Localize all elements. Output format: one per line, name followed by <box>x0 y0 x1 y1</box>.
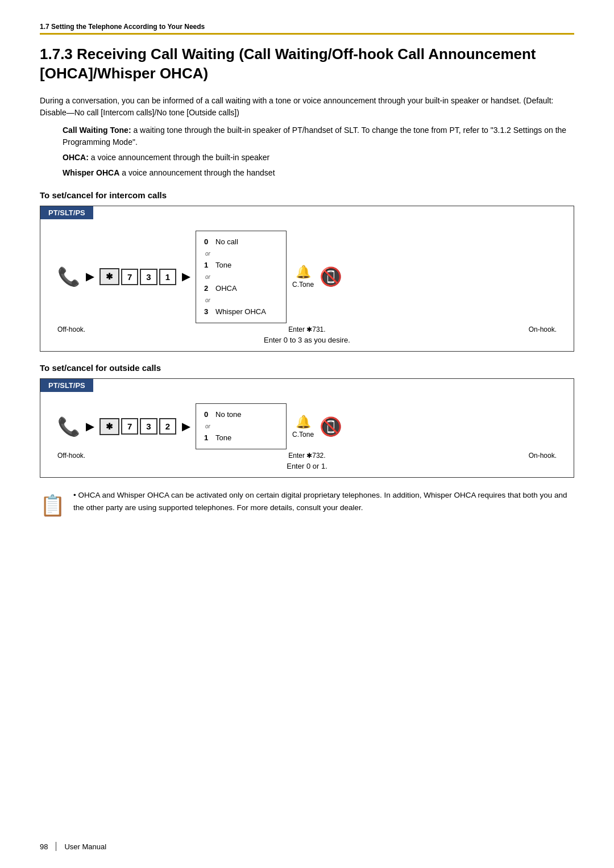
offhook-label-outside: Off-hook. <box>57 452 85 460</box>
opt-num-3: 3 <box>204 306 212 318</box>
offhook-label-intercom: Off-hook. <box>57 326 85 333</box>
key-3-outside: 3 <box>140 418 157 435</box>
note-block: 📋 • OHCA and Whisper OHCA can be activat… <box>40 489 574 522</box>
option-1: 1 Tone <box>204 259 278 272</box>
arrow-4: ▶ <box>182 420 190 433</box>
key-star-outside: ✱ <box>99 418 119 435</box>
ctone-label-intercom: C.Tone <box>292 281 314 289</box>
section-header: 1.7 Setting the Telephone According to Y… <box>40 23 574 35</box>
intercom-footer-text: Enter 0 to 3 as you desire. <box>264 336 350 344</box>
key-1: 1 <box>159 269 176 285</box>
ctone-area-intercom: 🔔 C.Tone <box>292 265 314 289</box>
offhook-phone-icon: 📞 <box>57 266 80 287</box>
opt-num-1: 1 <box>204 259 212 272</box>
onhook-label-intercom: On-hook. <box>529 326 557 333</box>
out-opt-num-0: 0 <box>204 408 212 421</box>
key-7-outside: 7 <box>121 418 138 435</box>
definition-ohca: OHCA: a voice announcement through the b… <box>63 152 574 164</box>
def-text-ohca: a voice announcement through the built-i… <box>91 153 269 162</box>
key-2-outside: 2 <box>159 418 176 435</box>
enter-label-outside: Enter ✱732. <box>288 452 325 460</box>
or-2: or <box>205 272 278 282</box>
key-7: 7 <box>121 269 138 285</box>
out-or-1: or <box>205 421 278 432</box>
key-star: ✱ <box>99 268 119 285</box>
outside-options-box: 0 No tone or 1 Tone <box>196 403 287 449</box>
opt-text-1: Tone <box>215 259 231 272</box>
intercom-diagram-row: 📞 ▶ ✱ 7 3 1 ▶ 0 No call or 1 <box>40 225 574 323</box>
arrow-2: ▶ <box>182 270 190 283</box>
outside-footer-text: Enter 0 or 1. <box>287 462 327 470</box>
footer-divider <box>56 842 56 851</box>
intercom-diagram-box: PT/SLT/PS 📞 ▶ ✱ 7 3 1 ▶ 0 No call <box>40 206 574 352</box>
opt-text-0: No call <box>215 236 238 248</box>
out-opt-num-1: 1 <box>204 432 212 444</box>
opt-text-3: Whisper OHCA <box>215 306 266 318</box>
option-2: 2 OHCA <box>204 282 278 295</box>
opt-text-2: OHCA <box>215 282 237 295</box>
or-3: or <box>205 295 278 306</box>
definition-whisper-ohca: Whisper OHCA a voice announcement throug… <box>63 167 574 179</box>
footer-label: User Manual <box>64 842 106 851</box>
note-icon: 📋 <box>40 489 65 522</box>
arrow-1: ▶ <box>86 270 94 283</box>
intercom-key-group: ✱ 7 3 1 <box>99 268 176 285</box>
intro-text: During a conversation, you can be inform… <box>40 95 574 119</box>
def-term-ohca: OHCA: <box>63 153 91 162</box>
outside-diagram-box: PT/SLT/PS 📞 ▶ ✱ 7 3 2 ▶ 0 No tone <box>40 378 574 478</box>
ctone-area-outside: 🔔 C.Tone <box>292 415 314 439</box>
bell-icon-outside: 🔔 <box>296 415 311 429</box>
onhook-col-outside: 📵 <box>320 416 342 437</box>
opt-num-0: 0 <box>204 236 212 248</box>
outside-footer: Enter 0 or 1. <box>40 462 574 470</box>
offhook-col-outside: 📞 <box>57 416 80 437</box>
out-option-0: 0 No tone <box>204 408 278 421</box>
def-text-call-waiting: a waiting tone through the built-in spea… <box>63 126 566 147</box>
option-3: 3 Whisper OHCA <box>204 306 278 318</box>
onhook-col: 📵 <box>320 266 342 287</box>
intercom-footer: Enter 0 to 3 as you desire. <box>40 336 574 344</box>
page-number: 98 <box>40 842 48 851</box>
note-text: • OHCA and Whisper OHCA can be activated… <box>73 489 574 514</box>
intercom-section-title: To set/cancel for intercom calls <box>40 190 574 200</box>
or-1: or <box>205 248 278 259</box>
opt-num-2: 2 <box>204 282 212 295</box>
outside-section-title: To set/cancel for outside calls <box>40 363 574 373</box>
arrow-3: ▶ <box>86 420 94 433</box>
bell-icon-intercom: 🔔 <box>296 265 311 279</box>
page-title: 1.7.3 Receiving Call Waiting (Call Waiti… <box>40 45 574 84</box>
out-opt-text-0: No tone <box>215 408 242 421</box>
intercom-diagram-label: PT/SLT/PS <box>40 206 93 219</box>
out-option-1: 1 Tone <box>204 432 278 444</box>
onhook-phone-icon: 📵 <box>320 266 342 287</box>
outside-key-group: ✱ 7 3 2 <box>99 418 176 435</box>
enter-label-intercom: Enter ✱731. <box>288 326 325 333</box>
definition-call-waiting-tone: Call Waiting Tone: a waiting tone throug… <box>63 124 574 148</box>
offhook-col: 📞 <box>57 266 80 287</box>
intercom-options-box: 0 No call or 1 Tone or 2 OHCA or 3 Whisp… <box>196 231 287 323</box>
outside-diagram-label: PT/SLT/PS <box>40 379 93 392</box>
page-footer: 98 User Manual <box>40 842 574 851</box>
def-term-whisper-ohca: Whisper OHCA <box>63 168 119 177</box>
key-3: 3 <box>140 269 157 285</box>
ctone-label-outside: C.Tone <box>292 431 314 439</box>
option-0: 0 No call <box>204 236 278 248</box>
onhook-label-outside: On-hook. <box>529 452 557 460</box>
def-term-call-waiting: Call Waiting Tone: <box>63 126 133 135</box>
offhook-phone-icon-outside: 📞 <box>57 416 80 437</box>
def-text-whisper-ohca: a voice announcement through the handset <box>122 168 275 177</box>
out-opt-text-1: Tone <box>215 432 231 444</box>
intercom-under-labels: Off-hook. Enter ✱731. On-hook. <box>40 326 574 333</box>
outside-diagram-row: 📞 ▶ ✱ 7 3 2 ▶ 0 No tone or 1 <box>40 398 574 449</box>
page: 1.7 Setting the Telephone According to Y… <box>0 0 614 868</box>
note-content: OHCA and Whisper OHCA can be activated o… <box>73 491 567 512</box>
onhook-phone-icon-outside: 📵 <box>320 416 342 437</box>
outside-under-labels: Off-hook. Enter ✱732. On-hook. <box>40 452 574 460</box>
